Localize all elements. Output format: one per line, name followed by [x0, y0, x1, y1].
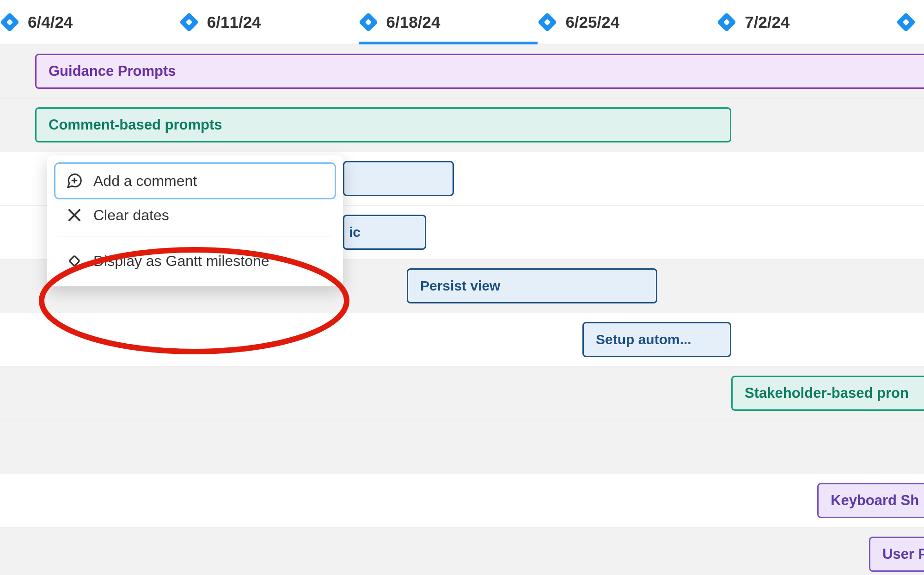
gantt-bar-bar-partial-1[interactable]: [343, 161, 454, 196]
gantt-row: [0, 313, 924, 366]
header-date-label: 6/11/24: [207, 13, 261, 31]
gantt-bar-user-p[interactable]: User P: [869, 537, 924, 572]
gantt-bar-label: Setup autom...: [596, 332, 691, 347]
menu-item-display-milestone[interactable]: Display as Gantt milestone: [55, 244, 335, 278]
diamond-outline-icon: [66, 252, 83, 270]
gantt-bar-keyboard-sh[interactable]: Keyboard Sh: [817, 483, 924, 518]
gantt-bar-guidance-prompts[interactable]: Guidance Prompts: [35, 54, 924, 89]
header-date-cell[interactable]: [896, 0, 924, 44]
gantt-bar-persist-view[interactable]: Persist view: [407, 268, 657, 303]
menu-item-label: Clear dates: [93, 207, 169, 224]
gantt-bar-label: Keyboard Sh: [831, 492, 919, 509]
header-date-label: 7/2/24: [745, 13, 789, 31]
gantt-bar-label: Comment-based prompts: [49, 117, 222, 133]
menu-item-label: Display as Gantt milestone: [93, 253, 269, 270]
gantt-bar-label: Persist view: [420, 278, 500, 294]
gantt-row: [0, 527, 924, 575]
menu-item-add-comment[interactable]: Add a comment: [55, 164, 335, 198]
milestone-icon: [717, 12, 736, 31]
header-date-label: 6/4/24: [28, 13, 73, 31]
milestone-icon: [358, 12, 378, 31]
gantt-row: [0, 474, 924, 527]
gantt-bar-label: Stakeholder-based pron: [745, 385, 909, 402]
milestone-icon: [538, 12, 557, 31]
header-date-label: 6/25/24: [565, 13, 619, 31]
milestone-icon: [179, 12, 199, 31]
timeline-header: 6/4/246/11/246/18/246/25/247/2/24: [0, 0, 924, 44]
header-date-cell[interactable]: 6/11/24: [179, 0, 359, 44]
header-date-cell[interactable]: 7/2/24: [717, 0, 896, 44]
gantt-bar-comment-based[interactable]: Comment-based prompts: [35, 107, 731, 142]
header-date-cell[interactable]: 6/25/24: [538, 0, 717, 44]
header-date-cell[interactable]: 6/4/24: [0, 0, 179, 44]
gantt-row: [0, 420, 924, 474]
gantt-bar-label: User P: [882, 546, 924, 563]
gantt-bar-setup-autom[interactable]: Setup autom...: [582, 322, 731, 357]
close-icon: [66, 206, 83, 224]
gantt-root: Guidance PromptsComment-based promptsicP…: [0, 0, 924, 575]
gantt-bar-label: Guidance Prompts: [49, 63, 176, 80]
milestone-icon: [896, 12, 916, 31]
milestone-icon: [0, 12, 19, 31]
gantt-bar-label: ic: [349, 224, 361, 240]
context-menu: Add a commentClear datesDisplay as Gantt…: [47, 155, 343, 286]
comment-plus-icon: [66, 172, 83, 190]
menu-separator: [58, 236, 332, 236]
header-date-cell[interactable]: 6/18/24: [359, 0, 538, 44]
menu-item-label: Add a comment: [93, 173, 197, 190]
gantt-bar-bar-logic[interactable]: ic: [343, 215, 426, 250]
menu-item-clear-dates[interactable]: Clear dates: [55, 198, 335, 232]
svg-rect-4: [69, 256, 80, 266]
gantt-bar-stakeholder-prompts[interactable]: Stakeholder-based pron: [731, 376, 924, 411]
header-date-label: 6/18/24: [386, 13, 441, 31]
